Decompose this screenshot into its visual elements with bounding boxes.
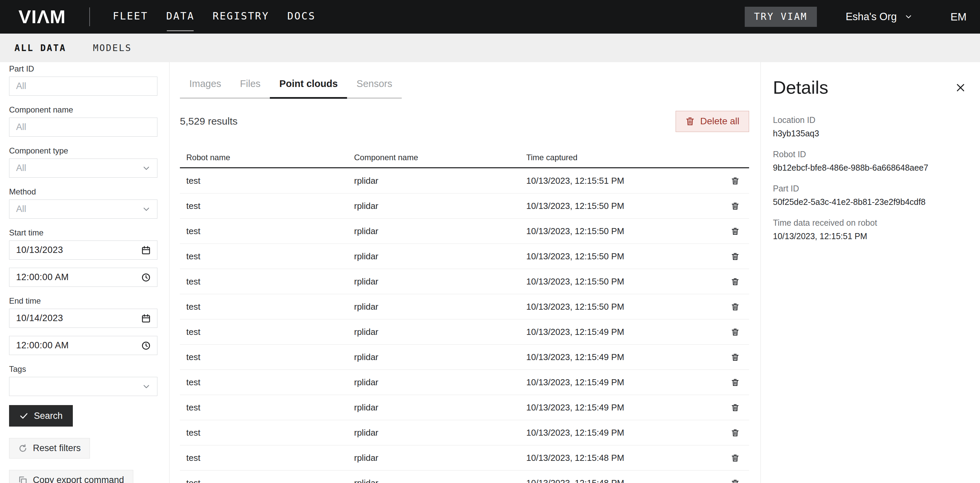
cell-robot-name: test — [186, 453, 354, 463]
tab-point-clouds[interactable]: Point clouds — [270, 78, 347, 99]
trash-icon — [685, 116, 695, 126]
nav-item-registry[interactable]: REGISTRY — [212, 10, 269, 24]
cell-time-captured: 10/13/2023, 12:15:51 PM — [526, 176, 725, 186]
copy-export-command-button[interactable]: Copy export command — [9, 470, 133, 483]
delete-row-button[interactable] — [731, 327, 739, 336]
cell-robot-name: test — [186, 226, 354, 236]
delete-row-button[interactable] — [731, 252, 739, 261]
trash-icon — [731, 327, 739, 336]
table-row[interactable]: test rplidar 10/13/2023, 12:15:49 PM — [180, 420, 749, 445]
delete-row-button[interactable] — [731, 227, 739, 236]
table-row[interactable]: test rplidar 10/13/2023, 12:15:50 PM — [180, 193, 749, 218]
component-type-select[interactable]: All — [9, 159, 158, 178]
start-time-label: Start time — [9, 228, 158, 238]
delete-all-button[interactable]: Delete all — [676, 111, 749, 132]
nav-item-docs[interactable]: DOCS — [287, 10, 315, 24]
data-type-tabs: Images Files Point clouds Sensors — [180, 78, 402, 99]
top-nav: VIΛM FLEET DATA REGISTRY DOCS TRY VIAM E… — [0, 0, 980, 33]
tab-models[interactable]: MODELS — [93, 43, 132, 53]
cell-component-name: rplidar — [354, 226, 526, 236]
cell-component-name: rplidar — [354, 301, 526, 312]
cell-component-name: rplidar — [354, 402, 526, 413]
component-name-input[interactable] — [9, 118, 158, 137]
trash-icon — [731, 378, 739, 387]
cell-component-name: rplidar — [354, 427, 526, 438]
start-date-input[interactable]: 10/13/2023 — [9, 241, 158, 260]
cell-component-name: rplidar — [354, 201, 526, 211]
cell-time-captured: 10/13/2023, 12:15:50 PM — [526, 226, 725, 236]
delete-row-button[interactable] — [731, 353, 739, 362]
tab-all-data[interactable]: ALL DATA — [14, 43, 66, 53]
cell-robot-name: test — [186, 327, 354, 337]
table-row[interactable]: test rplidar 10/13/2023, 12:15:48 PM — [180, 445, 749, 470]
top-nav-right: TRY VIAM Esha's Org EM — [745, 7, 967, 27]
end-date-input[interactable]: 10/14/2023 — [9, 309, 158, 328]
details-title: Details — [773, 77, 967, 98]
org-name: Esha's Org — [846, 11, 897, 23]
part-id-input[interactable] — [9, 77, 158, 96]
cell-time-captured: 10/13/2023, 12:15:50 PM — [526, 301, 725, 312]
end-time-input[interactable]: 12:00:00 AM — [9, 336, 158, 355]
user-avatar[interactable]: EM — [950, 11, 967, 23]
close-details-button[interactable] — [955, 82, 966, 93]
refresh-icon — [18, 444, 27, 453]
close-icon — [955, 82, 966, 93]
org-switcher[interactable]: Esha's Org — [846, 11, 913, 23]
table-row[interactable]: test rplidar 10/13/2023, 12:15:49 PM — [180, 395, 749, 420]
trash-icon — [731, 227, 739, 236]
delete-row-button[interactable] — [731, 453, 739, 462]
filter-sidebar: Part ID Component name Component type Al… — [0, 62, 170, 483]
viam-logo[interactable]: VIΛM — [19, 7, 66, 26]
component-type-label: Component type — [9, 146, 158, 156]
part-id-label: Part ID — [9, 64, 158, 74]
delete-row-button[interactable] — [731, 277, 739, 286]
details-panel: Details Location ID h3yb135aq3 Robot ID … — [760, 62, 980, 483]
table-row[interactable]: test rplidar 10/13/2023, 12:15:50 PM — [180, 269, 749, 294]
cell-component-name: rplidar — [354, 478, 526, 483]
location-id-value: h3yb135aq3 — [773, 128, 967, 139]
cell-robot-name: test — [186, 176, 354, 186]
delete-row-button[interactable] — [731, 403, 739, 412]
table-row[interactable]: test rplidar 10/13/2023, 12:15:50 PM — [180, 244, 749, 269]
delete-row-button[interactable] — [731, 479, 739, 483]
method-select[interactable]: All — [9, 199, 158, 218]
clock-icon — [141, 341, 151, 351]
nav-item-fleet[interactable]: FLEET — [113, 10, 148, 24]
table-row[interactable]: test rplidar 10/13/2023, 12:15:50 PM — [180, 294, 749, 319]
cell-robot-name: test — [186, 478, 354, 483]
cell-component-name: rplidar — [354, 352, 526, 362]
table-row[interactable]: test rplidar 10/13/2023, 12:15:50 PM — [180, 218, 749, 244]
chevron-down-icon — [904, 13, 913, 21]
details-fields: Location ID h3yb135aq3 Robot ID 9b12ebcf… — [773, 115, 967, 241]
table-row[interactable]: test rplidar 10/13/2023, 12:15:49 PM — [180, 319, 749, 344]
tab-sensors[interactable]: Sensors — [347, 78, 401, 98]
time-received-value: 10/13/2023, 12:15:51 PM — [773, 231, 967, 241]
delete-row-button[interactable] — [731, 302, 739, 311]
cell-robot-name: test — [186, 201, 354, 211]
nav-item-data[interactable]: DATA — [166, 10, 194, 24]
tab-images[interactable]: Images — [180, 78, 231, 98]
component-name-label: Component name — [9, 105, 158, 115]
table-row[interactable]: test rplidar 10/13/2023, 12:15:49 PM — [180, 344, 749, 370]
delete-row-button[interactable] — [731, 201, 739, 210]
sub-nav: ALL DATA MODELS — [0, 33, 980, 62]
start-time-input[interactable]: 12:00:00 AM — [9, 268, 158, 287]
cell-component-name: rplidar — [354, 176, 526, 186]
reset-filters-button[interactable]: Reset filters — [9, 438, 90, 459]
time-received-label: Time data received on robot — [773, 217, 967, 228]
delete-row-button[interactable] — [731, 176, 739, 185]
delete-row-button[interactable] — [731, 378, 739, 387]
table-row[interactable]: test rplidar 10/13/2023, 12:15:49 PM — [180, 370, 749, 395]
trash-icon — [731, 302, 739, 311]
data-table: Robot name Component name Time captured … — [180, 153, 749, 483]
tab-files[interactable]: Files — [231, 78, 270, 98]
cell-time-captured: 10/13/2023, 12:15:49 PM — [526, 327, 725, 337]
tags-select[interactable] — [9, 377, 158, 396]
delete-row-button[interactable] — [731, 428, 739, 437]
nav-divider — [89, 7, 90, 26]
cell-component-name: rplidar — [354, 377, 526, 387]
try-viam-button[interactable]: TRY VIAM — [745, 7, 817, 27]
table-row[interactable]: test rplidar 10/13/2023, 12:15:48 PM — [180, 470, 749, 483]
table-row[interactable]: test rplidar 10/13/2023, 12:15:51 PM — [180, 168, 749, 193]
search-button[interactable]: Search — [9, 405, 73, 427]
